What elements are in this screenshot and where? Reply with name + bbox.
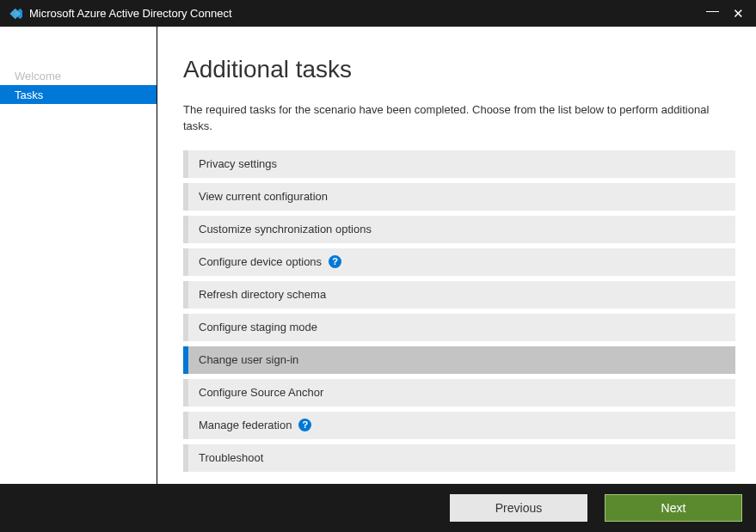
sidebar-item-welcome: Welcome (0, 66, 157, 85)
content: Additional tasks The required tasks for … (157, 27, 756, 484)
page-description: The required tasks for the scenario have… (183, 102, 735, 135)
page-title: Additional tasks (183, 56, 735, 83)
task-item[interactable]: Configure Source Anchor (183, 379, 735, 407)
task-item[interactable]: Refresh directory schema (183, 281, 735, 309)
task-item[interactable]: Customize synchronization options (183, 216, 735, 243)
task-item-label: Troubleshoot (199, 451, 263, 464)
task-item[interactable]: View current configuration (183, 183, 735, 211)
task-item-label: Change user sign-in (199, 353, 298, 366)
task-item-label: View current configuration (199, 190, 328, 203)
task-item[interactable]: Configure staging mode (183, 314, 735, 341)
task-item-label: Privacy settings (199, 157, 277, 170)
task-item-label: Customize synchronization options (199, 223, 372, 235)
minimize-icon[interactable]: — (706, 3, 719, 16)
close-icon[interactable]: ✕ (733, 7, 744, 20)
help-icon[interactable]: ? (298, 419, 311, 431)
sidebar-item-label: Tasks (15, 89, 43, 101)
azure-logo-icon (7, 6, 22, 21)
previous-button[interactable]: Previous (450, 494, 587, 522)
task-item-label: Manage federation (199, 419, 292, 431)
task-item[interactable]: Change user sign-in (183, 346, 735, 374)
help-icon[interactable]: ? (329, 255, 341, 268)
task-item[interactable]: Troubleshoot (183, 444, 735, 472)
sidebar-item-label: Welcome (15, 70, 61, 83)
titlebar: Microsoft Azure Active Directory Connect… (0, 0, 756, 27)
task-item[interactable]: Privacy settings (183, 150, 735, 178)
task-item-label: Configure Source Anchor (199, 386, 323, 399)
task-list: Privacy settingsView current configurati… (183, 150, 735, 472)
task-item-label: Configure staging mode (199, 321, 317, 333)
task-item-label: Configure device options (199, 255, 322, 268)
task-item[interactable]: Configure device options? (183, 248, 735, 276)
sidebar: WelcomeTasks (0, 27, 157, 484)
sidebar-item-tasks[interactable]: Tasks (0, 85, 157, 104)
task-item-label: Refresh directory schema (199, 288, 326, 301)
next-button[interactable]: Next (605, 494, 742, 522)
window-title: Microsoft Azure Active Directory Connect (29, 7, 706, 20)
task-item[interactable]: Manage federation? (183, 412, 735, 439)
main-area: WelcomeTasks Additional tasks The requir… (0, 27, 756, 484)
footer: Previous Next (0, 484, 756, 532)
